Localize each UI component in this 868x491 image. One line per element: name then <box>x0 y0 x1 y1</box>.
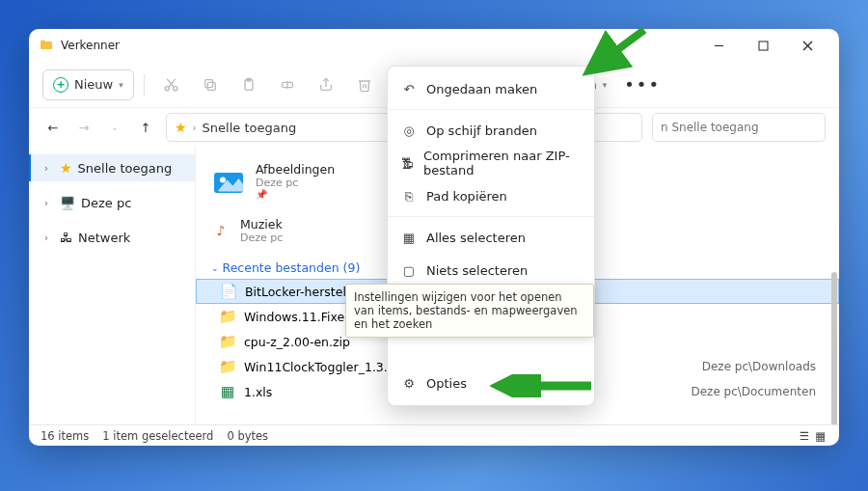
paste-icon[interactable] <box>231 68 266 102</box>
chevron-right-icon: › <box>44 232 54 243</box>
tooltip-text: Instellingen wijzigen voor het openen va… <box>354 290 578 331</box>
rename-icon[interactable] <box>270 68 305 102</box>
zip-icon: 📁 <box>219 358 236 375</box>
up-button[interactable]: ↑ <box>135 117 156 138</box>
titlebar: Verkenner <box>29 29 839 62</box>
menu-select-all[interactable]: ▦ Alles selecteren <box>388 221 594 254</box>
select-all-icon: ▦ <box>401 230 417 245</box>
svg-line-7 <box>168 79 175 88</box>
menu-label: Ongedaan maken <box>426 82 537 96</box>
annotation-arrow-bottom <box>490 374 596 397</box>
sidebar-item-network[interactable]: › 🖧 Netwerk <box>29 224 195 251</box>
tooltip: Instellingen wijzigen voor het openen va… <box>345 284 594 338</box>
forward-button[interactable]: → <box>73 117 95 138</box>
pin-icon: 📌 <box>256 189 335 200</box>
folder-music[interactable]: ♪ Muziek Deze pc <box>205 205 398 255</box>
sidebar: › ★ Snelle toegang › 🖥️ Deze pc › 🖧 Netw… <box>29 147 195 424</box>
undo-icon: ↶ <box>401 81 417 96</box>
item-count: 16 items <box>41 429 89 443</box>
menu-label: Comprimeren naar ZIP-bestand <box>423 149 581 177</box>
overflow-menu: ↶ Ongedaan maken ◎ Op schijf branden 🗜 C… <box>387 66 595 406</box>
svg-point-22 <box>220 177 226 182</box>
svg-rect-9 <box>204 79 212 87</box>
menu-copy-path[interactable]: ⎘ Pad kopiëren <box>388 179 594 212</box>
zip-icon: 🗜 <box>401 155 414 171</box>
svg-rect-8 <box>207 82 215 90</box>
star-icon: ★ <box>175 120 187 135</box>
sidebar-item-label: Snelle toegang <box>78 161 173 176</box>
zip-icon: 📁 <box>219 333 236 350</box>
chevron-right-icon: › <box>44 163 54 174</box>
chevron-down-icon: ⌄ <box>211 263 219 273</box>
scrollbar[interactable] <box>831 272 837 424</box>
menu-label: Niets selecteren <box>426 263 528 278</box>
disc-icon: ◎ <box>401 123 417 138</box>
minimize-button[interactable] <box>696 29 741 62</box>
svg-line-29 <box>588 30 644 71</box>
sidebar-item-this-pc[interactable]: › 🖥️ Deze pc <box>29 189 195 216</box>
menu-select-none[interactable]: ▢ Niets selecteren <box>388 254 594 286</box>
file-location: Deze pc\Documenten <box>691 385 816 398</box>
chevron-right-icon: › <box>193 123 197 133</box>
breadcrumb-current: Snelle toegang <box>203 121 297 135</box>
menu-label: Op schijf branden <box>426 123 537 138</box>
details-view-icon[interactable]: ☰ <box>798 427 811 445</box>
file-name: cpu-z_2.00-en.zip <box>244 335 350 349</box>
sidebar-item-quick-access[interactable]: › ★ Snelle toegang <box>29 154 195 181</box>
separator <box>388 216 594 217</box>
copy-icon[interactable] <box>193 68 228 102</box>
folder-pictures[interactable]: Afbeeldingen Deze pc 📌 <box>205 156 398 205</box>
recent-dropdown[interactable]: ⌄ <box>104 117 125 138</box>
search-input[interactable] <box>652 113 826 142</box>
file-location: Deze pc\Downloads <box>702 360 816 373</box>
new-button-label: Nieuw <box>74 77 113 92</box>
annotation-arrow-top <box>577 25 654 83</box>
selection-size: 0 bytes <box>227 429 268 443</box>
path-icon: ⎘ <box>401 188 417 204</box>
chevron-right-icon: › <box>44 198 54 208</box>
delete-icon[interactable] <box>347 68 382 102</box>
recent-title: Recente bestanden (9) <box>223 260 361 275</box>
folder-sub: Deze pc <box>240 232 283 244</box>
menu-compress[interactable]: 🗜 Comprimeren naar ZIP-bestand <box>388 147 594 179</box>
sidebar-item-label: Deze pc <box>81 196 131 210</box>
svg-line-6 <box>169 79 176 88</box>
pictures-icon <box>211 164 246 199</box>
chevron-down-icon: ▾ <box>119 80 123 90</box>
plus-icon: + <box>53 77 68 93</box>
folder-icon: 📁 <box>219 308 236 325</box>
back-button[interactable]: ← <box>42 117 64 138</box>
star-icon: ★ <box>60 160 72 176</box>
svg-rect-1 <box>759 41 768 50</box>
options-icon: ⚙ <box>401 375 417 391</box>
menu-undo[interactable]: ↶ Ongedaan maken <box>388 72 594 105</box>
file-name: 1.xls <box>244 385 272 399</box>
folder-icon <box>39 38 54 53</box>
maximize-button[interactable] <box>741 29 785 62</box>
separator <box>144 74 145 95</box>
pc-icon: 🖥️ <box>60 196 75 210</box>
sidebar-item-label: Netwerk <box>78 231 130 245</box>
statusbar: 16 items 1 item geselecteerd 0 bytes ☰ ▦ <box>29 424 839 446</box>
selection-count: 1 item geselecteerd <box>102 429 213 443</box>
folder-name: Afbeeldingen <box>256 162 335 177</box>
text-file-icon: 📄 <box>220 283 237 300</box>
menu-label: Opties <box>426 376 467 391</box>
close-button[interactable] <box>785 29 829 62</box>
menu-burn[interactable]: ◎ Op schijf branden <box>388 114 594 147</box>
folder-sub: Deze pc <box>256 177 335 189</box>
tiles-view-icon[interactable]: ▦ <box>813 427 827 445</box>
separator <box>388 109 594 110</box>
menu-label: Alles selecteren <box>426 231 526 245</box>
excel-icon: ▦ <box>219 383 236 400</box>
network-icon: 🖧 <box>60 231 72 245</box>
folder-name: Muziek <box>240 217 283 232</box>
new-button[interactable]: + Nieuw ▾ <box>42 69 134 100</box>
cut-icon[interactable] <box>154 68 189 102</box>
music-icon: ♪ <box>211 213 231 248</box>
menu-label: Pad kopiëren <box>426 189 507 204</box>
share-icon[interactable] <box>309 68 343 102</box>
select-none-icon: ▢ <box>401 262 417 278</box>
